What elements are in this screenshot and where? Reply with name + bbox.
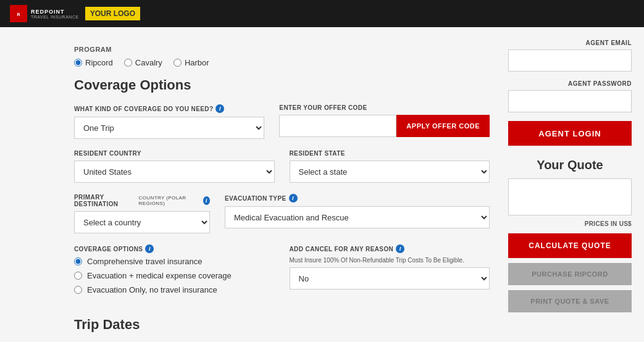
logo: R REDPOINT TRAVEL INSURANCE YOUR LOGO [10, 5, 140, 22]
program-ripcord[interactable]: Ripcord [74, 58, 113, 67]
coverage-type-info-icon[interactable]: i [215, 104, 224, 113]
your-logo: YOUR LOGO [85, 7, 140, 20]
form-row-1: WHAT KIND OF COVERAGE DO YOU NEED? i One… [74, 104, 490, 139]
resident-state-col: RESIDENT STATE Select a state [290, 150, 490, 183]
red-diamond-icon: R [10, 5, 27, 22]
resident-country-label: RESIDENT COUNTRY [74, 150, 275, 157]
coverage-comprehensive[interactable]: Comprehensive travel insurance [74, 257, 275, 266]
agent-password-label: AGENT PASSWORD [508, 80, 632, 87]
form-row-2: RESIDENT COUNTRY United States RESIDENT … [74, 150, 490, 183]
coverage-evacuation-medical[interactable]: Evacuation + medical expense coverage [74, 271, 275, 280]
main-container: PROGRAM Ripcord Cavalry Harbor Coverage … [0, 27, 644, 342]
offer-code-col: ENTER YOUR OFFER CODE APPLY OFFER CODE [279, 104, 490, 139]
offer-code-label: ENTER YOUR OFFER CODE [279, 104, 490, 111]
program-radio-group: Ripcord Cavalry Harbor [74, 58, 490, 67]
resident-country-select[interactable]: United States [74, 161, 275, 183]
coverage-type-label: WHAT KIND OF COVERAGE DO YOU NEED? i [74, 104, 264, 113]
evacuation-type-label: EVACUATION TYPE i [225, 194, 490, 202]
sidebar: AGENT EMAIL AGENT PASSWORD AGENT LOGIN Y… [508, 40, 632, 333]
header: R REDPOINT TRAVEL INSURANCE YOUR LOGO [0, 0, 644, 27]
your-quote-title: Your Quote [508, 158, 632, 172]
purchase-ripcord-button[interactable]: PURCHASE RIPCORD [508, 263, 632, 285]
trip-dates-title: Trip Dates [74, 317, 490, 333]
print-quote-button[interactable]: PRINT QUOTE & SAVE [508, 290, 632, 312]
program-cavalry[interactable]: Cavalry [124, 58, 162, 67]
destination-col: PRIMARY DESTINATION COUNTRY (POLAR REGIO… [74, 194, 210, 233]
evacuation-type-col: EVACUATION TYPE i Medical Evacuation and… [225, 194, 490, 233]
coverage-evacuation-only[interactable]: Evacuation Only, no travel insurance [74, 285, 275, 294]
form-row-4: COVERAGE OPTIONS i Comprehensive travel … [74, 244, 490, 306]
evacuation-info-icon[interactable]: i [289, 194, 298, 202]
program-label: PROGRAM [74, 46, 490, 53]
svg-text:R: R [17, 12, 20, 17]
evacuation-type-select[interactable]: Medical Evacuation and Rescue [225, 206, 490, 228]
coverage-type-col: WHAT KIND OF COVERAGE DO YOU NEED? i One… [74, 104, 264, 139]
coverage-radio-group: Comprehensive travel insurance Evacuatio… [74, 257, 275, 294]
calculate-quote-button[interactable]: CALCULATE QUOTE [508, 233, 632, 258]
agent-password-input[interactable] [508, 90, 632, 112]
coverage-options-label: COVERAGE OPTIONS i [74, 244, 275, 253]
coverage-options-title: Coverage Options [74, 77, 490, 93]
coverage-options-col: COVERAGE OPTIONS i Comprehensive travel … [74, 244, 275, 294]
cancel-reason-note: Must Insure 100% Of Non-Refundable Trip … [290, 257, 490, 264]
agent-login-button[interactable]: AGENT LOGIN [508, 121, 632, 146]
resident-state-select[interactable]: Select a state [290, 161, 490, 183]
quote-box [508, 178, 632, 215]
agent-email-label: AGENT EMAIL [508, 40, 632, 46]
offer-code-row: APPLY OFFER CODE [279, 115, 490, 137]
offer-code-input[interactable] [279, 115, 396, 137]
coverage-options-info-icon[interactable]: i [145, 244, 154, 253]
cancel-reason-label: ADD CANCEL FOR ANY REASON i [290, 244, 490, 253]
coverage-type-select[interactable]: One Trip [74, 117, 264, 139]
destination-select[interactable]: Select a country [74, 211, 210, 233]
brand-text: REDPOINT TRAVEL INSURANCE [31, 9, 79, 19]
destination-label: PRIMARY DESTINATION COUNTRY (POLAR REGIO… [74, 194, 210, 207]
apply-offer-code-button[interactable]: APPLY OFFER CODE [396, 115, 490, 137]
form-row-3: PRIMARY DESTINATION COUNTRY (POLAR REGIO… [74, 194, 490, 233]
agent-email-input[interactable] [508, 49, 632, 72]
cancel-reason-info-icon[interactable]: i [396, 244, 404, 253]
resident-country-col: RESIDENT COUNTRY United States [74, 150, 275, 183]
destination-info-icon[interactable]: i [203, 196, 210, 205]
cancel-reason-select[interactable]: No Yes [290, 267, 490, 290]
prices-label: PRICES IN US$ [508, 220, 632, 227]
destination-sub: COUNTRY (POLAR REGIONS) [139, 195, 201, 206]
cancel-reason-col: ADD CANCEL FOR ANY REASON i Must Insure … [290, 244, 490, 306]
program-harbor[interactable]: Harbor [174, 58, 209, 67]
content-area: PROGRAM Ripcord Cavalry Harbor Coverage … [74, 40, 490, 333]
resident-state-label: RESIDENT STATE [290, 150, 490, 157]
